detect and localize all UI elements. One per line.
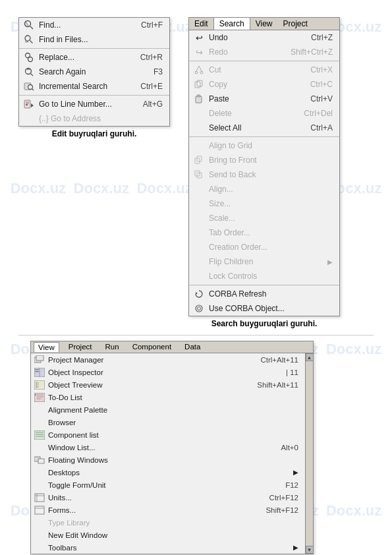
view-menu-scrollbar[interactable]: ▲ ▼ <box>305 353 313 554</box>
align-icon <box>193 183 205 195</box>
vm-desktops[interactable]: Desktops ▶ <box>31 466 305 479</box>
select-all-shortcut: Ctrl+A <box>310 123 333 132</box>
vm-window-list[interactable]: Window List... Alt+0 <box>31 441 305 453</box>
forms-icon <box>34 505 45 515</box>
vm-desktops-label: Desktops <box>48 469 288 477</box>
vm-forms[interactable]: Forms... Shift+F12 <box>31 504 305 516</box>
view-header-component[interactable]: Component <box>128 342 175 352</box>
menu-item-inc-search[interactable]: Incremental Search Ctrl+E <box>19 79 169 96</box>
delete-shortcut: Ctrl+Del <box>304 109 333 118</box>
copy-icon <box>193 78 205 90</box>
view-header-project[interactable]: Project <box>65 342 96 352</box>
cut-shortcut: Ctrl+X <box>310 65 333 74</box>
sm-flip-children: Flip Children ▶ <box>189 254 339 269</box>
replace-icon <box>23 51 35 63</box>
menu-item-goto-line[interactable]: Go to Line Number... Alt+G <box>19 97 169 111</box>
goto-line-label: Go to Line Number... <box>39 100 126 109</box>
search-menu: Edit Search View Project ↩ Undo Ctrl+Z ↪… <box>188 17 340 316</box>
svg-rect-57 <box>35 494 44 502</box>
vm-units[interactable]: Units... Ctrl+F12 <box>31 491 305 504</box>
vm-object-treeview[interactable]: Object Treeview Shift+Alt+11 <box>31 378 305 391</box>
copy-label: Copy <box>209 80 293 89</box>
sm-undo[interactable]: ↩ Undo Ctrl+Z <box>189 30 339 45</box>
vm-component-list[interactable]: Component list <box>31 428 305 441</box>
svg-rect-26 <box>196 96 202 103</box>
desktops-icon <box>34 467 45 478</box>
view-header-run[interactable]: Run <box>101 342 123 352</box>
corba-refresh-icon <box>193 288 205 300</box>
select-all-label: Select All <box>209 123 293 132</box>
svg-rect-36 <box>36 355 43 361</box>
sm-align-grid: Align to Grid <box>189 138 339 153</box>
svg-point-33 <box>196 305 202 312</box>
svg-rect-5 <box>25 40 29 41</box>
vm-alignment-palette-label: Alignment Palette <box>48 406 298 414</box>
floating-windows-icon <box>34 455 45 465</box>
menu-item-find-in-files[interactable]: Find in Files... <box>19 32 169 49</box>
bring-front-label: Bring to Front <box>209 156 333 165</box>
vm-new-edit-window[interactable]: New Edit Window <box>31 529 305 541</box>
svg-marker-32 <box>196 292 198 295</box>
header-view[interactable]: View <box>250 18 278 30</box>
scrollbar-down[interactable]: ▼ <box>306 546 314 554</box>
menu-item-find[interactable]: Find... Ctrl+F <box>19 18 169 32</box>
vm-object-inspector[interactable]: Object Inspector | 11 <box>31 366 305 378</box>
find-shortcut: Ctrl+F <box>141 20 163 30</box>
vm-units-shortcut: Ctrl+F12 <box>269 494 298 502</box>
tab-order-label: Tab Order... <box>209 228 333 237</box>
header-search[interactable]: Search <box>213 18 250 30</box>
undo-icon: ↩ <box>193 32 205 44</box>
vm-browser-label: Browser <box>48 419 298 426</box>
vm-toggle-form[interactable]: Toggle Form/Unit F12 <box>31 479 305 491</box>
search-again-shortcut: F3 <box>154 67 163 76</box>
size-label: Size... <box>209 199 333 208</box>
view-menu-scroll: Project Manager Ctrl+Alt+11 Object Inspe… <box>31 353 313 554</box>
sm-paste[interactable]: Paste Ctrl+V <box>189 92 339 106</box>
inc-search-icon <box>23 80 35 92</box>
vm-floating-windows[interactable]: Floating Windows <box>31 453 305 466</box>
toggle-form-icon <box>34 480 45 490</box>
sm-creation-order: Creation Order... <box>189 240 339 254</box>
paste-icon <box>193 93 205 105</box>
view-menu: View Project Run Component Data Project … <box>30 341 314 554</box>
svg-rect-40 <box>35 371 39 372</box>
send-back-icon <box>193 169 205 181</box>
svg-rect-39 <box>35 369 39 370</box>
align-grid-label: Align to Grid <box>209 141 333 150</box>
svg-line-14 <box>32 89 34 91</box>
delete-icon <box>193 107 205 119</box>
sm-use-corba[interactable]: Use CORBA Object... <box>189 301 339 316</box>
search-again-icon <box>23 66 35 78</box>
sm-corba-refresh[interactable]: CORBA Refresh <box>189 287 339 301</box>
vm-alignment-palette[interactable]: Alignment Palette <box>31 403 305 416</box>
sm-cut: Cut Ctrl+X <box>189 63 339 77</box>
corba-refresh-label: CORBA Refresh <box>209 289 333 299</box>
goto-line-shortcut: Alt+G <box>143 100 163 109</box>
vm-project-manager[interactable]: Project Manager Ctrl+Alt+11 <box>31 353 305 366</box>
vm-todo-list[interactable]: To-Do List <box>31 391 305 403</box>
header-project[interactable]: Project <box>278 18 313 30</box>
vm-forms-label: Forms... <box>48 506 250 514</box>
scrollbar-up[interactable]: ▲ <box>306 353 314 361</box>
menu-item-replace[interactable]: Replace... Ctrl+R <box>19 50 169 65</box>
align-label: Align... <box>209 185 333 194</box>
align-grid-icon <box>193 140 205 152</box>
find-in-files-icon <box>23 34 35 45</box>
component-list-icon <box>34 430 45 440</box>
vm-toolbars[interactable]: Toolbars ▶ <box>31 541 305 554</box>
find-label: Find... <box>39 20 124 30</box>
svg-rect-50 <box>35 394 36 395</box>
sm-select-all[interactable]: Select All Ctrl+A <box>189 121 339 137</box>
vm-browser[interactable]: Browser <box>31 416 305 428</box>
goto-addr-icon <box>23 113 35 125</box>
redo-label: Redo <box>209 47 273 57</box>
view-header-view[interactable]: View <box>34 342 59 352</box>
sm-lock-controls: Lock Controls <box>189 269 339 285</box>
header-edit[interactable]: Edit <box>189 18 213 30</box>
sm-align: Align... <box>189 182 339 196</box>
svg-line-23 <box>199 66 202 71</box>
inc-search-label: Incremental Search <box>39 82 123 91</box>
toolbars-arrow: ▶ <box>293 544 298 551</box>
menu-item-search-again[interactable]: Search Again F3 <box>19 65 169 79</box>
view-header-data[interactable]: Data <box>181 342 204 352</box>
